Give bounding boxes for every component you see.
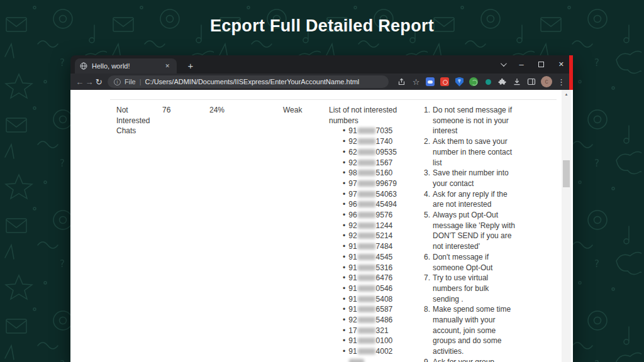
phone-prefix: 97 (348, 190, 357, 199)
phone-number-item: •6209535 (329, 147, 420, 158)
bullet-icon: • (343, 137, 345, 146)
reload-icon[interactable]: ↻ (95, 77, 103, 87)
scrollbar-thumb[interactable] (563, 160, 570, 187)
desktop-background: ? Ecport Full Detailed Report Hello, wor… (0, 0, 644, 362)
phone-prefix: 91 (348, 263, 357, 272)
close-window-button[interactable]: ✕ (558, 60, 564, 69)
bullet-icon: • (343, 190, 345, 199)
extension-icon-red[interactable] (440, 77, 450, 87)
phone-number-item: •9645494 (329, 199, 420, 210)
numbers-list: •917035•921740•6209535•921567•985160•979… (329, 126, 420, 362)
bullet-icon: • (343, 295, 345, 304)
phone-number-item: •914002 (329, 346, 420, 357)
bullet-icon: • (343, 148, 345, 156)
extensions-puzzle-icon[interactable] (497, 77, 508, 87)
blurred-digits (358, 160, 375, 166)
extension-icon-blue[interactable] (425, 77, 436, 87)
bullet-icon: • (343, 336, 345, 345)
tip-item: 5.Always put Opt-Out message like 'Reply… (420, 210, 516, 252)
bullet-icon: • (343, 263, 345, 272)
minimize-button[interactable]: – (519, 62, 524, 68)
tip-number: 5. (420, 210, 430, 252)
tip-number: 4. (420, 189, 430, 210)
forward-icon[interactable]: → (85, 77, 93, 87)
tip-number: 2. (420, 136, 430, 168)
phone-number-item: •969576 (329, 210, 420, 221)
blurred-digits (358, 149, 375, 155)
recording-indicator-strip (569, 55, 573, 90)
numbers-cell: List of not interested numbers •917035•9… (329, 105, 420, 362)
tip-text: Make spend some time manually with your … (433, 304, 516, 357)
phone-prefix: 97 (348, 179, 357, 188)
strength-cell: Weak (283, 105, 329, 116)
phone-prefix: 91 (348, 284, 357, 293)
phone-number-item: •985160 (329, 168, 420, 178)
tab-title: Hello, world! (92, 62, 163, 70)
tip-number: 1. (420, 105, 430, 136)
download-icon[interactable] (512, 77, 523, 87)
bullet-icon: • (343, 284, 345, 293)
phone-suffix: 7484 (376, 242, 393, 251)
tip-item: 8.Make spend some time manually with you… (420, 304, 516, 357)
extension-icon-green[interactable] (469, 77, 479, 87)
phone-suffix: 1567 (376, 158, 393, 167)
profile-avatar[interactable]: c (541, 76, 552, 87)
browser-menu-icon[interactable]: ⋮ (556, 77, 567, 87)
phone-number-item: •921567 (329, 158, 420, 168)
phone-number-item: •921740 (329, 136, 420, 147)
tab-search-chevron-icon[interactable] (501, 60, 507, 67)
phone-suffix: 5408 (376, 295, 393, 304)
phone-number-item: •910546 (329, 283, 420, 294)
blurred-digits (358, 222, 375, 229)
phone-number-item: •910100 (329, 336, 420, 346)
extension-icon-shield[interactable] (454, 77, 465, 87)
scroll-up-icon[interactable]: ▲ (562, 90, 571, 96)
bookmark-star-icon[interactable]: ☆ (411, 77, 421, 87)
browser-tab[interactable]: Hello, world! ✕ (75, 58, 177, 74)
bullet-icon: • (343, 158, 345, 167)
share-icon[interactable] (396, 77, 407, 87)
browser-toolbar: ← → ↻ i File | C:/Users/ADMIN/Documents/… (70, 74, 573, 90)
blurred-digits (358, 233, 375, 239)
url-scheme-label: File (125, 78, 136, 85)
side-panel-icon[interactable] (526, 77, 537, 87)
phone-prefix: 92 (348, 158, 357, 167)
browser-window: Hello, world! ✕ + – ✕ ← → ↻ i File | C:/… (70, 55, 573, 362)
page-info-icon[interactable]: i (114, 79, 121, 85)
address-bar[interactable]: i File | C:/Users/ADMIN/Documents/IISExp… (108, 75, 389, 88)
phone-number-item: •917484 (329, 241, 420, 252)
bullet-icon: • (343, 231, 345, 240)
blurred-digits (358, 348, 375, 354)
blurred-digits (358, 243, 375, 250)
tip-item: 2.Ask them to save your number in there … (420, 136, 516, 168)
page-scrollbar[interactable]: ▲ (562, 90, 571, 362)
table-row: Not Interested Chats 76 24% Weak List of… (116, 105, 516, 362)
blurred-digits (358, 275, 375, 281)
phone-number-item: •916476 (329, 273, 420, 283)
bullet-icon: • (343, 305, 345, 314)
back-icon[interactable]: ← (75, 77, 84, 87)
phone-number-item: •915408 (329, 294, 420, 305)
phone-prefix: 96 (348, 200, 357, 209)
tab-close-icon[interactable]: ✕ (163, 62, 172, 70)
blurred-digits (358, 254, 375, 260)
url-path: C:/Users/ADMIN/Documents/IISExpress/Ente… (145, 78, 360, 85)
phone-suffix: 45494 (376, 200, 397, 209)
phone-suffix: 5214 (376, 231, 393, 240)
row-label-cell: Not Interested Chats (116, 105, 162, 136)
extension-icon-teal[interactable] (483, 77, 494, 87)
blurred-digits (358, 306, 375, 312)
phone-prefix: 91 (348, 336, 357, 345)
blurred-digits (358, 265, 375, 271)
phone-prefix: 92 (348, 231, 357, 240)
bullet-icon: • (343, 126, 345, 135)
url-separator: | (140, 78, 142, 85)
tip-text: Ask them to save your number in there co… (433, 136, 516, 168)
new-tab-button[interactable]: + (184, 59, 197, 73)
phone-suffix: 4545 (376, 253, 393, 261)
maximize-button[interactable] (538, 62, 544, 67)
bullet-icon: • (343, 326, 345, 335)
report-page: Not Interested Chats 76 24% Weak List of… (70, 90, 573, 362)
toolbar-right-icons: ☆ c ⋮ (396, 76, 567, 87)
blurred-digits (358, 317, 375, 323)
